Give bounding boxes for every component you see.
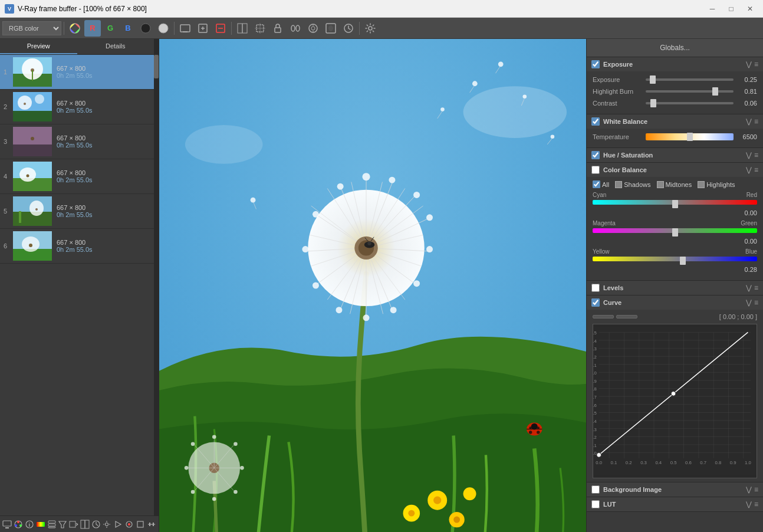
- color-mode-select[interactable]: RGB color Alpha Luminance: [2, 21, 61, 35]
- minimize-button[interactable]: ─: [704, 3, 721, 15]
- levels-title: Levels: [603, 284, 746, 291]
- render-item-3[interactable]: 3 667 × 800 0h 2m 55.0s: [0, 124, 154, 159]
- curve-expand-icon[interactable]: ⋁: [746, 298, 752, 307]
- bb-play-icon[interactable]: [113, 518, 123, 531]
- render-item-5[interactable]: 5 667 × 800 0h 2m 55.0s: [0, 194, 154, 229]
- r-channel-button[interactable]: R: [84, 20, 101, 37]
- render-time-4: 0h 2m 55.0s: [57, 176, 93, 183]
- settings-button[interactable]: [362, 20, 379, 37]
- curve-section-header[interactable]: Curve ⋁ ≡: [587, 295, 763, 310]
- exposure-section: Exposure ⋁ ≡ Exposure 0.25 Highlight B: [587, 57, 763, 114]
- curve-menu-icon[interactable]: ≡: [754, 298, 758, 307]
- background-image-menu-icon[interactable]: ≡: [754, 485, 758, 494]
- bb-palette-icon[interactable]: [14, 518, 24, 531]
- bb-render-icon[interactable]: [69, 518, 79, 531]
- color-balance-header[interactable]: Color Balance ⋁ ≡: [587, 163, 763, 177]
- bb-filter-icon[interactable]: [58, 518, 68, 531]
- white-balance-checkbox[interactable]: [591, 117, 600, 126]
- color-balance-menu-icon[interactable]: ≡: [754, 166, 758, 174]
- bb-stop-icon[interactable]: [135, 518, 145, 531]
- render-item-1[interactable]: 1 667 × 800 0h 2m 55.0s: [0, 55, 154, 90]
- lens-effects-button[interactable]: [305, 20, 321, 37]
- curve-graph[interactable]: 1.5 1.4 1.3 1.2 1.1 1.0 0.9 0.8 0.7 0.6 …: [593, 324, 757, 478]
- vignette-button[interactable]: [323, 20, 339, 37]
- hue-saturation-checkbox[interactable]: [591, 151, 600, 159]
- g-channel-button[interactable]: G: [102, 20, 119, 37]
- exposure-menu-icon[interactable]: ≡: [754, 60, 758, 68]
- bb-info-icon[interactable]: i: [25, 518, 35, 531]
- color-wheel-button[interactable]: [67, 20, 83, 37]
- display-correct-button[interactable]: [177, 20, 193, 37]
- bb-timeline-icon[interactable]: [146, 518, 156, 531]
- render-region-button[interactable]: [252, 20, 268, 37]
- b-channel-button[interactable]: B: [120, 20, 136, 37]
- exposure-expand-icon[interactable]: ⋁: [746, 60, 752, 68]
- bb-history2-icon[interactable]: [91, 518, 101, 531]
- magenta-green-thumb[interactable]: [672, 228, 678, 237]
- contrast-slider[interactable]: [646, 102, 734, 104]
- compare-button[interactable]: [234, 20, 251, 37]
- curve-btn-1[interactable]: [593, 315, 614, 318]
- bb-monitor-icon[interactable]: [2, 518, 12, 531]
- levels-checkbox[interactable]: [591, 284, 600, 292]
- render-item-4[interactable]: 4 667 × 800 0h 2m 55.0s: [0, 159, 154, 194]
- color-balance-checkbox[interactable]: [591, 166, 600, 174]
- exposure-section-header[interactable]: Exposure ⋁ ≡: [587, 57, 763, 71]
- cyan-red-thumb[interactable]: [672, 200, 678, 208]
- bb-compare2-icon[interactable]: [80, 518, 90, 531]
- render-item-6[interactable]: 6 667 × 800 0h 2m 55.0s: [0, 229, 154, 264]
- levels-section-header[interactable]: Levels ⋁ ≡: [587, 281, 763, 295]
- scrollbar-thumb[interactable]: [154, 55, 159, 78]
- load-lut-button[interactable]: [195, 20, 211, 37]
- exposure-checkbox[interactable]: [591, 60, 600, 68]
- highlight-burn-slider[interactable]: [646, 90, 734, 93]
- hue-saturation-menu-icon[interactable]: ≡: [754, 151, 758, 159]
- bb-record-icon[interactable]: [124, 518, 134, 531]
- tab-preview[interactable]: Preview: [0, 39, 77, 54]
- lut-menu-icon[interactable]: ≡: [754, 500, 758, 508]
- lut-section-header[interactable]: LUT ⋁ ≡: [587, 497, 763, 511]
- maximize-button[interactable]: □: [723, 3, 739, 15]
- highlights-check-label[interactable]: Highlights: [698, 181, 735, 188]
- hue-saturation-expand-icon[interactable]: ⋁: [746, 151, 752, 159]
- curve-btn-2[interactable]: [616, 315, 637, 318]
- left-panel-scrollbar[interactable]: [154, 55, 159, 515]
- history-button[interactable]: [340, 20, 357, 37]
- bb-settings2-icon[interactable]: [102, 518, 112, 531]
- temperature-slider[interactable]: [646, 133, 734, 140]
- levels-expand-icon[interactable]: ⋁: [746, 284, 752, 292]
- all-checkbox[interactable]: [593, 180, 600, 188]
- light-sphere-button[interactable]: [155, 20, 172, 37]
- all-check-label[interactable]: All: [593, 180, 609, 188]
- exposure-slider[interactable]: [646, 78, 734, 81]
- background-image-checkbox[interactable]: [591, 485, 600, 494]
- canvas-area[interactable]: [159, 39, 586, 532]
- curve-checkbox[interactable]: [591, 298, 600, 307]
- levels-menu-icon[interactable]: ≡: [754, 284, 758, 292]
- close-button[interactable]: ✕: [742, 3, 758, 15]
- svg-point-152: [233, 442, 238, 446]
- lock-button[interactable]: [269, 20, 286, 37]
- white-balance-expand-icon[interactable]: ⋁: [746, 117, 752, 126]
- bb-gradient-icon[interactable]: [35, 518, 45, 531]
- white-balance-header[interactable]: White Balance ⋁ ≡: [587, 114, 763, 129]
- save-lut-button[interactable]: [212, 20, 229, 37]
- shadows-check-label[interactable]: Shadows: [615, 181, 650, 188]
- dark-sphere-button[interactable]: [137, 20, 154, 37]
- globals-header[interactable]: Globals...: [587, 39, 763, 57]
- render-item-2[interactable]: 2 667 × 800 0h 2m 55.0s: [0, 90, 154, 124]
- lut-expand-icon[interactable]: ⋁: [746, 500, 752, 508]
- tab-details[interactable]: Details: [77, 39, 154, 54]
- white-balance-menu-icon[interactable]: ≡: [754, 117, 758, 126]
- main-layout: Preview Details 1 667 × 800 0h 2m 55.0s: [0, 39, 763, 532]
- background-image-expand-icon[interactable]: ⋁: [746, 485, 752, 494]
- stereo-button[interactable]: [287, 20, 304, 37]
- background-image-header[interactable]: Background Image ⋁ ≡: [587, 482, 763, 497]
- bb-layers2-icon[interactable]: [47, 518, 57, 531]
- color-balance-expand-icon[interactable]: ⋁: [746, 166, 752, 174]
- yellow-blue-thumb[interactable]: [680, 257, 686, 265]
- lut-checkbox[interactable]: [591, 500, 600, 508]
- hue-saturation-header[interactable]: Hue / Saturation ⋁ ≡: [587, 148, 763, 162]
- midtones-check-label[interactable]: Midtones: [657, 181, 692, 188]
- render-info-4: 667 × 800 0h 2m 55.0s: [57, 169, 93, 183]
